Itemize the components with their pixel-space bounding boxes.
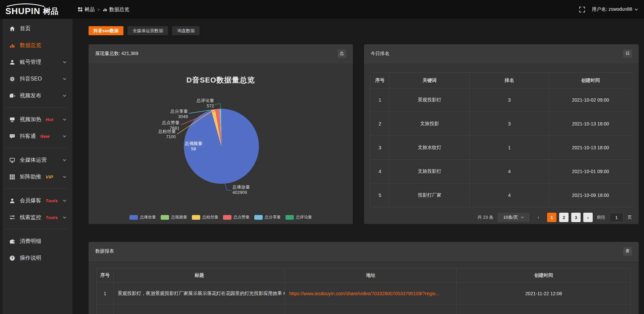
user-menu[interactable]: 用户名: zswodun88 (592, 6, 638, 12)
sidebar-item-omni-media[interactable]: 全媒体运营 (0, 152, 72, 168)
sidebar-item-member-baoke[interactable]: 会员爆客 Tools (0, 192, 72, 209)
chevron-down-icon (63, 135, 66, 138)
tab-omni-media-data[interactable]: 全媒体运营数据 (127, 26, 168, 35)
table-badge-button[interactable]: 表 (623, 247, 632, 256)
today-ranking-card-header: 今日排名 日 (364, 44, 639, 63)
sidebar-item-douketong[interactable]: 抖客通 New (0, 128, 72, 145)
legend-item[interactable]: 总点赞量 (223, 214, 250, 220)
sidebar-item-spend-detail[interactable]: 消费明细 (0, 233, 72, 250)
pie-chart: D音SEO数据量总览 总评论量572 总分享量3049 总点赞量7681 (89, 63, 353, 224)
table-cell (97, 304, 114, 314)
grid-icon (9, 174, 15, 180)
chevron-down-icon (521, 216, 524, 218)
page-buttons: 1 2 3 › (547, 213, 593, 222)
bar-chart-icon (9, 43, 15, 48)
keyword-cell: 景观投影灯 (389, 88, 470, 112)
table-cell: 2 (371, 112, 389, 136)
sliders-icon (9, 215, 15, 220)
chevron-down-icon (63, 216, 66, 219)
sidebar-item-matrix-boost[interactable]: 矩阵助推 VIP (0, 168, 72, 185)
label-total-fans: 总粉丝量7100 (148, 129, 176, 140)
dashboard-icon (78, 7, 83, 12)
rank-cell: 4 (470, 184, 549, 207)
chevron-down-icon (635, 8, 638, 11)
table-row: 1 景观投影灯，夜游景观投影灯厂家展示展示落花灯在花园里的灯光投影应用效果 # … (97, 283, 631, 304)
gear-icon (9, 76, 15, 82)
keyword-cell: 文旅水纹灯 (389, 136, 470, 160)
breadcrumb-root[interactable]: 树品 (78, 6, 95, 13)
bar-chart-icon (103, 7, 107, 12)
legend-item[interactable]: 总分享量 (254, 214, 281, 220)
table-row: 1 景观投影灯 3 2021-10-02 09:00 (371, 88, 632, 112)
created-cell: 2021-10-01 09:00 (549, 160, 632, 184)
vip-badge: VIP (46, 174, 53, 179)
tab-douyin-seo-data[interactable]: 抖音seo数据 (89, 26, 123, 35)
total-badge-button[interactable]: 总 (337, 49, 346, 58)
seo-overview-card-header: 展现量总数: 421,369 总 (89, 44, 353, 63)
data-report-card: 数据报表 表 序号 标题 地址 创建时间 1 景观投影灯，夜游景观投影灯厂家展示… (89, 242, 639, 314)
legend-item[interactable]: 总粉丝量 (192, 214, 218, 220)
video-link[interactable]: https://www.iesdouyin.com/share/video/70… (289, 291, 439, 296)
tab-inquiry-data[interactable]: 询盘数据 (172, 26, 200, 35)
legend-swatch (223, 215, 231, 220)
legend-swatch (161, 215, 169, 220)
legend-swatch (192, 215, 200, 220)
page-button-1[interactable]: 1 (547, 213, 556, 222)
created-cell: 2021-10-13 18:00 (549, 136, 632, 160)
col-index: 序号 (371, 73, 389, 88)
seo-overview-card: 展现量总数: 421,369 总 D音SEO数据量总览 总评论量572 总分享量… (89, 44, 353, 224)
chevron-down-icon (63, 95, 66, 97)
page-button-2[interactable]: 2 (559, 213, 569, 222)
chevron-down-icon (63, 159, 66, 161)
home-icon (9, 26, 15, 32)
rank-cell: 3 (470, 112, 549, 136)
sidebar-item-account[interactable]: 账号管理 (0, 54, 72, 70)
breadcrumb: 树品 > 数据总览 (78, 6, 129, 13)
created-cell: 2021-10-02 09:00 (549, 88, 632, 112)
top-bar: SHUPIN 树品 树品 > 数据总览 用户名: zswodun88 (0, 0, 644, 19)
legend-swatch (285, 215, 294, 220)
monitor-icon (9, 157, 15, 163)
table-cell: 3 (371, 136, 389, 160)
sidebar-item-video-publish[interactable]: 视频发布 (0, 87, 72, 104)
sidebar-item-douyin-seo[interactable]: 抖音SEO (0, 70, 72, 87)
day-badge-button[interactable]: 日 (623, 49, 632, 58)
report-table-header: 序号 标题 地址 创建时间 (97, 268, 631, 283)
breadcrumb-current[interactable]: 数据总览 (103, 6, 129, 13)
rank-cell: 4 (470, 160, 549, 184)
sidebar-divider (5, 107, 67, 108)
sidebar-divider (5, 229, 67, 229)
sidebar-item-home[interactable]: 首页 (0, 20, 72, 37)
sidebar-item-help[interactable]: ? 操作说明 (0, 250, 72, 266)
legend-item[interactable]: 总播放量 (129, 214, 156, 220)
page-button-3[interactable]: 3 (571, 213, 581, 222)
label-total-videos: 总视频量58 (183, 141, 204, 152)
label-total-shares: 总分享量3049 (160, 109, 188, 119)
data-report-card-header: 数据报表 表 (89, 242, 639, 261)
legend-item[interactable]: 总评论量 (285, 214, 312, 220)
created-cell: 2021-11-22 12:08 (457, 283, 631, 304)
keyword-cell: 文旅投影灯 (389, 160, 470, 184)
prev-page-button[interactable]: ‹ (534, 213, 543, 222)
goto-page-input[interactable] (609, 213, 624, 222)
goto-label: 前往 (597, 214, 605, 220)
chevron-down-icon (63, 118, 66, 121)
label-total-plays: 总播放量402909 (232, 185, 269, 195)
top-cards-row: 展现量总数: 421,369 总 D音SEO数据量总览 总评论量572 总分享量… (89, 44, 639, 224)
page-size-select[interactable]: 10条/页 (497, 213, 530, 222)
main-content: 抖音seo数据 全媒体运营数据 询盘数据 展现量总数: 421,369 总 D音… (72, 19, 644, 314)
fullscreen-icon[interactable] (579, 7, 585, 12)
legend-item[interactable]: 总视频量 (161, 214, 187, 220)
legend-swatch (254, 215, 263, 220)
legend-swatch (129, 215, 138, 220)
next-page-button[interactable]: › (583, 213, 593, 222)
chat-bubble-icon (9, 134, 15, 139)
chevron-down-icon (63, 200, 66, 202)
col-index: 序号 (97, 268, 114, 283)
sidebar-item-video-heat[interactable]: 视频加热 Hot (0, 111, 72, 128)
sidebar: 首页 数据总览 账号管理 抖音SEO 视频发布 视频加热 Hot 抖客通 New… (0, 19, 72, 314)
table-cell (457, 304, 631, 314)
impressions-total-label: 展现量总数: 421,369 (95, 51, 138, 57)
sidebar-item-data-overview[interactable]: 数据总览 (0, 37, 72, 54)
sidebar-item-lead-monitor[interactable]: 线索监控 Tools (0, 209, 72, 226)
